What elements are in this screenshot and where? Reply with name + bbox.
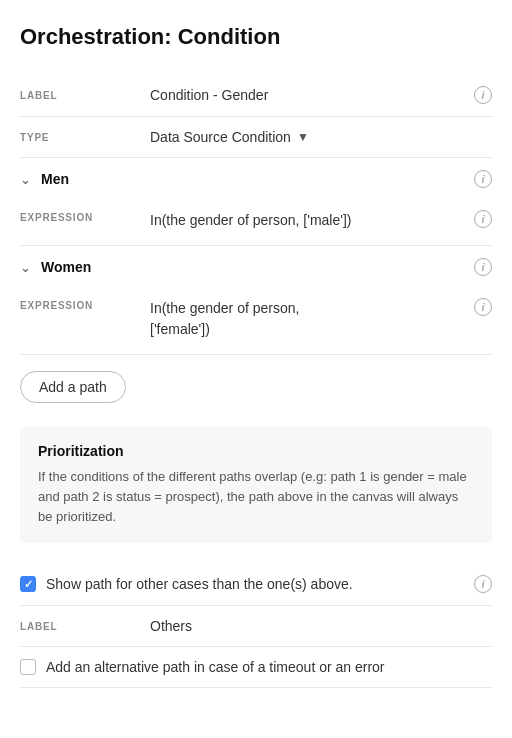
type-row: TYPE Data Source Condition ▼ [20,117,492,158]
others-field-label: LABEL [20,621,150,632]
men-section-title: Men [41,171,464,187]
women-expression-value: In(the gender of person,['female']) [150,298,474,340]
chevron-down-icon: ▼ [297,130,309,144]
page-title: Orchestration: Condition [20,24,492,50]
women-expression-label: EXPRESSION [20,298,150,311]
checkbox-check-icon: ✓ [24,578,33,591]
women-section: ⌄ Women i EXPRESSION In(the gender of pe… [20,246,492,355]
alternative-path-row: Add an alternative path in case of a tim… [20,647,492,688]
women-expression-info-icon[interactable]: i [474,298,492,316]
add-path-button[interactable]: Add a path [20,371,126,403]
women-section-header: ⌄ Women i [20,246,492,288]
label-row: LABEL Condition - Gender i [20,74,492,117]
men-expression-label: EXPRESSION [20,210,150,223]
prioritization-title: Prioritization [38,443,474,459]
label-field-label: LABEL [20,90,150,101]
men-section-header: ⌄ Men i [20,158,492,200]
men-section: ⌄ Men i EXPRESSION In(the gender of pers… [20,158,492,246]
men-expression-info-icon[interactable]: i [474,210,492,228]
show-other-cases-checkbox[interactable]: ✓ [20,576,36,592]
show-other-cases-row: ✓ Show path for other cases than the one… [20,563,492,606]
alternative-path-checkbox[interactable] [20,659,36,675]
prioritization-text: If the conditions of the different paths… [38,467,474,527]
women-info-icon[interactable]: i [474,258,492,276]
type-field-value: Data Source Condition [150,129,291,145]
show-other-cases-info-icon[interactable]: i [474,575,492,593]
others-label-row: LABEL Others [20,606,492,647]
label-info-icon[interactable]: i [474,86,492,104]
men-collapse-icon[interactable]: ⌄ [20,172,31,187]
type-dropdown[interactable]: Data Source Condition ▼ [150,129,492,145]
men-expression-value: In(the gender of person, ['male']) [150,210,474,231]
show-other-cases-label: Show path for other cases than the one(s… [46,576,464,592]
women-section-title: Women [41,259,464,275]
alternative-path-label: Add an alternative path in case of a tim… [46,659,492,675]
women-collapse-icon[interactable]: ⌄ [20,260,31,275]
others-field-value: Others [150,618,492,634]
prioritization-box: Prioritization If the conditions of the … [20,427,492,543]
label-field-value: Condition - Gender [150,87,474,103]
women-expression-row: EXPRESSION In(the gender of person,['fem… [20,288,492,354]
men-expression-row: EXPRESSION In(the gender of person, ['ma… [20,200,492,245]
men-info-icon[interactable]: i [474,170,492,188]
type-field-label: TYPE [20,132,150,143]
